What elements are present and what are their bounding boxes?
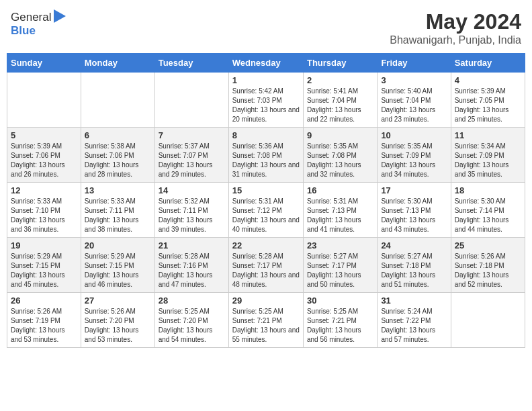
day-info: Sunrise: 5:33 AMSunset: 7:10 PMDaylight:… — [11, 197, 77, 234]
page-header: General Blue May 2024 Bhawanigarh, Punja… — [7, 7, 525, 49]
day-number: 2 — [307, 75, 373, 85]
day-info: Sunrise: 5:30 AMSunset: 7:14 PMDaylight:… — [455, 197, 521, 234]
weekday-header-saturday: Saturday — [451, 54, 525, 73]
calendar-subtitle: Bhawanigarh, Punjab, India — [390, 34, 521, 46]
day-cell: 18Sunrise: 5:30 AMSunset: 7:14 PMDayligh… — [451, 183, 525, 238]
day-number: 17 — [381, 185, 447, 195]
day-cell: 24Sunrise: 5:27 AMSunset: 7:18 PMDayligh… — [378, 238, 451, 293]
week-row-2: 5Sunrise: 5:39 AMSunset: 7:06 PMDaylight… — [7, 128, 525, 183]
day-info: Sunrise: 5:35 AMSunset: 7:09 PMDaylight:… — [381, 142, 447, 179]
day-info: Sunrise: 5:24 AMSunset: 7:22 PMDaylight:… — [381, 307, 447, 345]
day-cell: 4Sunrise: 5:39 AMSunset: 7:05 PMDaylight… — [451, 73, 525, 128]
day-cell: 28Sunrise: 5:25 AMSunset: 7:20 PMDayligh… — [154, 293, 228, 348]
day-number: 31 — [381, 295, 447, 306]
day-cell: 6Sunrise: 5:38 AMSunset: 7:06 PMDaylight… — [81, 128, 154, 183]
day-info: Sunrise: 5:31 AMSunset: 7:13 PMDaylight:… — [307, 197, 373, 234]
day-cell: 11Sunrise: 5:34 AMSunset: 7:09 PMDayligh… — [451, 128, 525, 183]
weekday-header-wednesday: Wednesday — [228, 54, 303, 73]
day-number: 25 — [455, 240, 521, 250]
day-info: Sunrise: 5:40 AMSunset: 7:04 PMDaylight:… — [381, 87, 447, 124]
day-info: Sunrise: 5:29 AMSunset: 7:15 PMDaylight:… — [85, 252, 151, 289]
calendar-title: May 2024 — [390, 9, 521, 34]
day-info: Sunrise: 5:39 AMSunset: 7:05 PMDaylight:… — [455, 87, 521, 124]
day-number: 5 — [11, 130, 77, 140]
day-number: 1 — [232, 75, 300, 85]
day-info: Sunrise: 5:26 AMSunset: 7:20 PMDaylight:… — [85, 307, 151, 345]
day-number: 10 — [381, 130, 447, 140]
logo-blue-text: Blue — [11, 24, 36, 38]
day-number: 29 — [232, 295, 300, 306]
week-row-5: 26Sunrise: 5:26 AMSunset: 7:19 PMDayligh… — [7, 293, 525, 348]
weekday-header-friday: Friday — [378, 54, 451, 73]
day-cell: 30Sunrise: 5:25 AMSunset: 7:21 PMDayligh… — [303, 293, 377, 348]
day-number: 6 — [85, 130, 151, 140]
day-info: Sunrise: 5:27 AMSunset: 7:18 PMDaylight:… — [381, 252, 447, 289]
day-number: 30 — [307, 295, 373, 306]
day-number: 19 — [11, 240, 77, 250]
day-info: Sunrise: 5:30 AMSunset: 7:13 PMDaylight:… — [381, 197, 447, 234]
day-number: 3 — [381, 75, 447, 85]
day-cell: 14Sunrise: 5:32 AMSunset: 7:11 PMDayligh… — [154, 183, 228, 238]
day-cell: 9Sunrise: 5:35 AMSunset: 7:08 PMDaylight… — [303, 128, 377, 183]
day-cell: 29Sunrise: 5:25 AMSunset: 7:21 PMDayligh… — [228, 293, 303, 348]
day-number: 18 — [455, 185, 521, 195]
logo-general-text: General — [11, 11, 51, 24]
day-info: Sunrise: 5:29 AMSunset: 7:15 PMDaylight:… — [11, 252, 77, 289]
day-cell: 8Sunrise: 5:36 AMSunset: 7:08 PMDaylight… — [228, 128, 303, 183]
day-number: 26 — [11, 295, 77, 306]
day-cell: 21Sunrise: 5:28 AMSunset: 7:16 PMDayligh… — [154, 238, 228, 293]
weekday-header-monday: Monday — [81, 54, 154, 73]
day-number: 13 — [85, 185, 151, 195]
week-row-3: 12Sunrise: 5:33 AMSunset: 7:10 PMDayligh… — [7, 183, 525, 238]
day-cell: 15Sunrise: 5:31 AMSunset: 7:12 PMDayligh… — [228, 183, 303, 238]
day-cell — [154, 73, 228, 128]
day-cell: 22Sunrise: 5:28 AMSunset: 7:17 PMDayligh… — [228, 238, 303, 293]
weekday-header-thursday: Thursday — [303, 54, 377, 73]
week-row-1: 1Sunrise: 5:42 AMSunset: 7:03 PMDaylight… — [7, 73, 525, 128]
day-info: Sunrise: 5:39 AMSunset: 7:06 PMDaylight:… — [11, 142, 77, 179]
week-row-4: 19Sunrise: 5:29 AMSunset: 7:15 PMDayligh… — [7, 238, 525, 293]
day-cell — [451, 293, 525, 348]
day-info: Sunrise: 5:41 AMSunset: 7:04 PMDaylight:… — [307, 87, 373, 124]
day-cell: 12Sunrise: 5:33 AMSunset: 7:10 PMDayligh… — [7, 183, 81, 238]
weekday-header-tuesday: Tuesday — [154, 54, 228, 73]
day-cell: 7Sunrise: 5:37 AMSunset: 7:07 PMDaylight… — [154, 128, 228, 183]
day-info: Sunrise: 5:32 AMSunset: 7:11 PMDaylight:… — [159, 197, 225, 234]
day-info: Sunrise: 5:28 AMSunset: 7:16 PMDaylight:… — [159, 252, 225, 289]
day-number: 28 — [159, 295, 225, 306]
day-cell: 26Sunrise: 5:26 AMSunset: 7:19 PMDayligh… — [7, 293, 81, 348]
day-info: Sunrise: 5:27 AMSunset: 7:17 PMDaylight:… — [307, 252, 373, 289]
day-cell: 3Sunrise: 5:40 AMSunset: 7:04 PMDaylight… — [378, 73, 451, 128]
day-info: Sunrise: 5:34 AMSunset: 7:09 PMDaylight:… — [455, 142, 521, 179]
weekday-header-sunday: Sunday — [7, 54, 81, 73]
day-cell: 13Sunrise: 5:33 AMSunset: 7:11 PMDayligh… — [81, 183, 154, 238]
day-number: 15 — [232, 185, 300, 195]
day-cell: 20Sunrise: 5:29 AMSunset: 7:15 PMDayligh… — [81, 238, 154, 293]
day-cell: 31Sunrise: 5:24 AMSunset: 7:22 PMDayligh… — [378, 293, 451, 348]
day-number: 23 — [307, 240, 373, 250]
day-cell: 5Sunrise: 5:39 AMSunset: 7:06 PMDaylight… — [7, 128, 81, 183]
day-cell: 17Sunrise: 5:30 AMSunset: 7:13 PMDayligh… — [378, 183, 451, 238]
day-info: Sunrise: 5:28 AMSunset: 7:17 PMDaylight:… — [232, 252, 300, 289]
day-info: Sunrise: 5:26 AMSunset: 7:19 PMDaylight:… — [11, 307, 77, 345]
calendar-table: SundayMondayTuesdayWednesdayThursdayFrid… — [7, 53, 525, 348]
day-info: Sunrise: 5:25 AMSunset: 7:21 PMDaylight:… — [232, 307, 300, 345]
logo-arrow-icon — [54, 9, 66, 26]
day-info: Sunrise: 5:31 AMSunset: 7:12 PMDaylight:… — [232, 197, 300, 234]
day-number: 4 — [455, 75, 521, 85]
day-info: Sunrise: 5:38 AMSunset: 7:06 PMDaylight:… — [85, 142, 151, 179]
day-info: Sunrise: 5:33 AMSunset: 7:11 PMDaylight:… — [85, 197, 151, 234]
day-cell: 10Sunrise: 5:35 AMSunset: 7:09 PMDayligh… — [378, 128, 451, 183]
day-number: 21 — [159, 240, 225, 250]
day-info: Sunrise: 5:37 AMSunset: 7:07 PMDaylight:… — [159, 142, 225, 179]
day-number: 27 — [85, 295, 151, 306]
day-cell — [81, 73, 154, 128]
day-cell: 27Sunrise: 5:26 AMSunset: 7:20 PMDayligh… — [81, 293, 154, 348]
day-info: Sunrise: 5:25 AMSunset: 7:21 PMDaylight:… — [307, 307, 373, 345]
title-block: May 2024 Bhawanigarh, Punjab, India — [390, 9, 521, 46]
day-cell: 1Sunrise: 5:42 AMSunset: 7:03 PMDaylight… — [228, 73, 303, 128]
weekday-header-row: SundayMondayTuesdayWednesdayThursdayFrid… — [7, 54, 525, 73]
day-cell — [7, 73, 81, 128]
day-number: 20 — [85, 240, 151, 250]
day-number: 7 — [159, 130, 225, 140]
